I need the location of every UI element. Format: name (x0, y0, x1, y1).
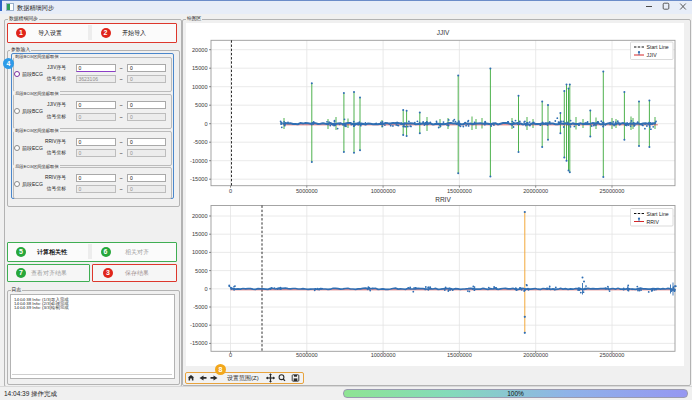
svg-text:-10000: -10000 (190, 158, 207, 164)
svg-text:Start Line: Start Line (647, 44, 669, 50)
svg-text:Start Line: Start Line (647, 211, 669, 217)
svg-text:20000: 20000 (192, 213, 208, 219)
svg-text:0: 0 (229, 188, 232, 194)
svg-text:-5000: -5000 (193, 304, 207, 310)
svg-text:-10000: -10000 (190, 322, 207, 328)
svg-text:10000000: 10000000 (371, 188, 396, 194)
svg-text:20000000: 20000000 (523, 188, 548, 194)
svg-text:5000: 5000 (195, 268, 207, 274)
svg-text:10000000: 10000000 (371, 352, 396, 358)
svg-text:RRIV: RRIV (647, 219, 660, 225)
svg-text:5000: 5000 (195, 102, 207, 108)
svg-text:20000000: 20000000 (523, 352, 548, 358)
svg-text:20000: 20000 (192, 47, 208, 53)
svg-text:5000000: 5000000 (296, 188, 318, 194)
svg-text:0: 0 (204, 121, 207, 127)
svg-text:设置范围(Z): 设置范围(Z) (227, 374, 259, 382)
svg-text:10000: 10000 (192, 249, 208, 255)
svg-text:-15000: -15000 (190, 340, 207, 346)
svg-text:25000000: 25000000 (600, 188, 625, 194)
svg-text:0: 0 (229, 352, 232, 358)
svg-text:0: 0 (204, 286, 207, 292)
svg-text:5000000: 5000000 (296, 352, 318, 358)
svg-text:JJIV: JJIV (437, 29, 450, 36)
svg-text:RRIV: RRIV (435, 196, 451, 203)
svg-text:JJIV: JJIV (647, 52, 658, 58)
svg-text:15000000: 15000000 (447, 352, 472, 358)
svg-text:15000: 15000 (192, 65, 208, 71)
svg-text:25000000: 25000000 (600, 352, 625, 358)
svg-text:15000000: 15000000 (447, 188, 472, 194)
svg-text:-5000: -5000 (193, 139, 207, 145)
svg-text:-15000: -15000 (190, 176, 207, 182)
svg-text:10000: 10000 (192, 84, 208, 90)
svg-text:15000: 15000 (192, 231, 208, 237)
